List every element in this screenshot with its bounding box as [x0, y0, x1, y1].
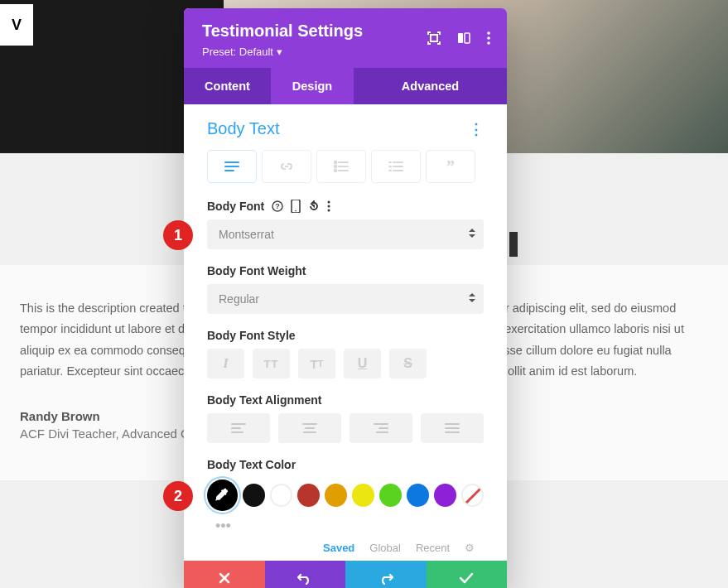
svg-point-24 — [295, 210, 297, 212]
reset-icon[interactable] — [308, 200, 320, 212]
body-font-weight-label: Body Font Weight — [207, 264, 484, 277]
swatch-yellow[interactable] — [352, 484, 374, 507]
field-kebab-icon[interactable] — [327, 200, 330, 212]
body-font-value: Montserrat — [219, 228, 274, 241]
align-right-button[interactable] — [350, 413, 412, 443]
style-tab-ul[interactable] — [316, 150, 366, 183]
style-tab-quote[interactable]: ” — [426, 150, 475, 183]
svg-text:?: ? — [275, 202, 280, 210]
decorative-bar — [509, 232, 518, 257]
text-style-tabs: ” — [207, 150, 484, 183]
svg-point-4 — [487, 36, 490, 40]
undo-button[interactable] — [265, 561, 346, 588]
svg-point-27 — [328, 210, 330, 212]
svg-rect-1 — [458, 33, 463, 43]
underline-button[interactable]: U — [344, 349, 381, 378]
cancel-button[interactable] — [184, 561, 265, 588]
chevron-down-icon: ▾ — [277, 46, 282, 58]
svg-point-26 — [328, 205, 330, 208]
strikethrough-button[interactable]: S — [389, 349, 427, 378]
style-tab-paragraph[interactable] — [207, 150, 257, 183]
alignment-buttons — [207, 413, 484, 443]
swatch-purple[interactable] — [434, 484, 456, 507]
align-left-button[interactable] — [207, 413, 270, 443]
panel-tabs: Content Design Advanced — [184, 68, 507, 104]
section-title[interactable]: Body Text — [207, 119, 279, 138]
tab-content[interactable]: Content — [184, 68, 271, 104]
style-tab-ol[interactable] — [371, 150, 421, 183]
expand-icon[interactable] — [427, 31, 441, 48]
body-font-select[interactable]: Montserrat — [207, 219, 484, 249]
swatch-green[interactable] — [379, 484, 402, 507]
svg-point-25 — [328, 201, 330, 204]
svg-point-10 — [335, 166, 337, 168]
redo-button[interactable] — [345, 561, 427, 588]
device-icon[interactable] — [291, 200, 301, 213]
body-font-style-label: Body Font Style — [207, 329, 484, 342]
swatch-transparent[interactable] — [461, 484, 484, 507]
svg-point-9 — [335, 161, 337, 164]
style-tab-link[interactable] — [262, 150, 311, 183]
panel-body: Body Text ⋮ ” Body Font ? Montserrat Bod… — [184, 104, 507, 561]
tab-design[interactable]: Design — [271, 68, 354, 104]
swatch-red[interactable] — [297, 484, 320, 507]
color-tab-saved[interactable]: Saved — [323, 542, 354, 554]
align-center-button[interactable] — [278, 413, 341, 443]
section-kebab-icon[interactable]: ⋮ — [469, 120, 484, 138]
columns-icon[interactable] — [457, 31, 470, 48]
color-tab-recent[interactable]: Recent — [416, 542, 450, 554]
kebab-menu-icon[interactable] — [487, 31, 490, 48]
save-button[interactable] — [427, 561, 508, 588]
smallcaps-button[interactable]: TT — [298, 349, 335, 378]
gear-icon[interactable]: ⚙ — [465, 542, 475, 554]
body-font-weight-value: Regular — [219, 292, 259, 306]
svg-point-3 — [487, 31, 490, 35]
annotation-badge-2: 2 — [163, 481, 193, 511]
font-style-buttons: I TT TT U S — [207, 349, 484, 378]
body-font-weight-select[interactable]: Regular — [207, 284, 484, 314]
color-picker-button[interactable] — [207, 480, 238, 511]
more-colors-icon[interactable]: ••• — [207, 518, 484, 535]
color-subtabs: Saved Global Recent ⚙ — [207, 542, 484, 554]
color-tab-global[interactable]: Global — [369, 542, 401, 554]
swatch-blue[interactable] — [407, 484, 429, 507]
help-icon[interactable]: ? — [272, 200, 283, 212]
tab-advanced[interactable]: Advanced — [354, 68, 507, 104]
annotation-badge-1: 1 — [163, 220, 193, 250]
svg-rect-0 — [431, 35, 437, 41]
settings-panel: Testimonial Settings Preset: Default ▾ C… — [184, 8, 507, 588]
panel-footer-buttons — [184, 561, 507, 588]
swatch-black[interactable] — [243, 484, 265, 507]
swatch-white[interactable] — [270, 484, 292, 507]
swatch-orange[interactable] — [325, 484, 347, 507]
body-font-label: Body Font — [207, 200, 264, 213]
svg-point-11 — [335, 170, 337, 172]
panel-preset-label: Preset: Default — [202, 46, 273, 58]
body-text-color-label: Body Text Color — [207, 458, 484, 471]
bg-white-box: V — [0, 4, 33, 46]
svg-point-5 — [487, 41, 490, 45]
italic-button[interactable]: I — [207, 349, 244, 378]
body-text-alignment-label: Body Text Alignment — [207, 393, 484, 407]
svg-rect-2 — [465, 33, 470, 43]
align-justify-button[interactable] — [421, 413, 484, 443]
color-swatch-row — [207, 480, 484, 511]
uppercase-button[interactable]: TT — [253, 349, 290, 378]
panel-header: Testimonial Settings Preset: Default ▾ — [184, 8, 507, 68]
